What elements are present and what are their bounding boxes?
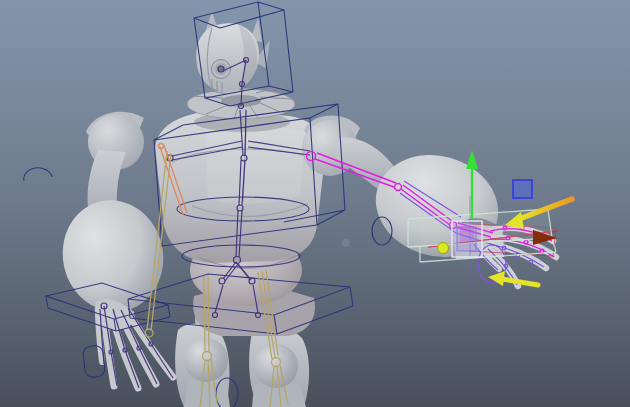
background-smudge bbox=[342, 239, 350, 247]
chest-panel bbox=[205, 126, 305, 204]
plane-handle[interactable] bbox=[513, 180, 532, 198]
wrist-selection-box-inner bbox=[457, 227, 476, 251]
left-shin[interactable] bbox=[184, 378, 230, 407]
manipulator-center[interactable] bbox=[438, 243, 449, 254]
viewport-canvas[interactable] bbox=[0, 0, 630, 407]
viewport[interactable] bbox=[0, 0, 630, 407]
